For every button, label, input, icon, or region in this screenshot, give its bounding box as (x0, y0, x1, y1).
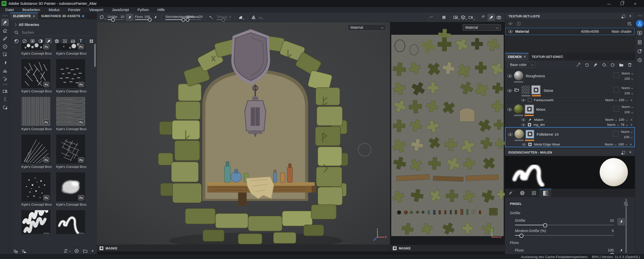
undock-panel-icon[interactable] (622, 151, 625, 154)
brush-item[interactable]: Ps Kyle's Concept Brush... (21, 43, 52, 59)
layer-opacity[interactable]: 100 (624, 110, 630, 114)
effect-row-farbauswahl[interactable]: Farbauswahl Norm 100 × (505, 97, 635, 102)
add-paint-layer-icon[interactable] (593, 62, 598, 67)
close-button[interactable]: × (632, 2, 638, 6)
folder-icon[interactable] (83, 248, 88, 253)
display-settings-button[interactable] (636, 29, 643, 36)
minimize-button[interactable]: — (606, 2, 612, 6)
resources-updater-button[interactable] (1, 104, 9, 111)
camera-button[interactable] (468, 14, 475, 21)
hide-ui-button[interactable] (427, 14, 435, 21)
tab-alpha-properties[interactable] (517, 189, 528, 197)
library-breadcrumb[interactable]: All libraries (10, 19, 97, 27)
stroke-opacity-slider[interactable]: Strichdeckkraft100 (165, 15, 183, 20)
layer-opacity[interactable]: 100 (624, 77, 630, 81)
material-mode-select-2d[interactable]: Material (463, 24, 501, 31)
material-mode-select[interactable]: Material (348, 24, 386, 31)
discard-stroke-tool-button[interactable] (1, 51, 9, 58)
eye-icon[interactable] (508, 133, 512, 136)
remove-effect-icon[interactable]: × (630, 123, 632, 127)
clone-tool-button[interactable] (1, 67, 9, 74)
layer-row-roughness[interactable]: Roughness Norm 100 (505, 69, 635, 84)
effect-opacity[interactable]: 100 (618, 142, 624, 146)
add-fill-layer-icon[interactable] (601, 62, 607, 67)
tab-stencil-properties[interactable] (528, 189, 540, 197)
remove-effect-icon[interactable]: × (630, 142, 632, 146)
tab-close-icon[interactable]: × (524, 55, 526, 59)
effect-row-malen[interactable]: Malen Norm 100 × (505, 117, 635, 122)
eye-icon[interactable] (508, 30, 513, 33)
slider-knob[interactable] (186, 18, 189, 22)
size-slider[interactable]: Größe10 (108, 15, 124, 20)
size-pressure-button[interactable] (126, 14, 133, 21)
blend-mode[interactable]: Norm (622, 71, 630, 75)
size-property-slider[interactable]: Größe10 (505, 215, 614, 225)
add-folder-icon[interactable] (619, 62, 624, 67)
scatter-button[interactable] (207, 14, 215, 21)
eye-icon[interactable] (507, 89, 512, 92)
polygon-fill-tool-button[interactable] (1, 43, 9, 50)
menu-python[interactable]: Python (133, 7, 153, 13)
eye-icon[interactable] (522, 143, 526, 145)
layer-row-moos[interactable]: Moos Norm 100 (505, 102, 635, 117)
menu-javascript[interactable]: JavaScript (108, 7, 133, 13)
add-effect-wand-icon[interactable] (576, 62, 581, 67)
effect-row-mg-dirt[interactable]: mg_dirt Norm 79 × (505, 122, 635, 127)
toolbar-grip[interactable] (3, 15, 7, 16)
undock-panel-icon[interactable] (622, 15, 625, 18)
layer-opacity[interactable]: 100 (624, 91, 630, 95)
effect-opacity[interactable]: 100 (619, 98, 624, 102)
brush-item[interactable]: Ps Kyle's Concept Brush... (21, 97, 52, 135)
size-pressure-toggle[interactable] (617, 218, 625, 226)
effect-opacity[interactable]: 100 (619, 118, 624, 122)
material-picker-button[interactable] (1, 88, 9, 95)
search-input[interactable] (21, 30, 73, 35)
tab-substance-3d-assets[interactable]: SUBSTANCE 3D ASSETS (38, 13, 87, 19)
brush-item[interactable]: Ps Kyle's Inkbox - Beta T... (21, 210, 52, 234)
folder-open-icon[interactable] (514, 87, 520, 93)
log-panel-button[interactable] (636, 39, 643, 46)
slider-knob[interactable] (543, 223, 547, 228)
menu-fenster[interactable]: Fenster (64, 7, 85, 13)
close-panel-icon[interactable]: × (629, 150, 631, 154)
blend-mode[interactable]: Norm (622, 86, 630, 90)
layer-row-stone[interactable]: Stone Norm 100 (505, 84, 635, 97)
tab-textur-set-einst[interactable]: TEXTUR-SET-EINST. (529, 53, 566, 60)
add-resource-button[interactable]: + (91, 248, 94, 254)
tab-material-properties[interactable] (540, 189, 551, 197)
viewport-3d-canvas[interactable]: Material Y X Z (97, 22, 390, 245)
symmetry-settings-button[interactable] (257, 14, 265, 21)
viewport-2d-canvas[interactable]: Material V U (390, 22, 505, 245)
falloff-button[interactable] (237, 14, 245, 21)
layer-thumbnail[interactable] (514, 104, 523, 114)
smudge-tool-button[interactable] (1, 59, 9, 66)
brush-item[interactable]: Ps Kyle's Concept Brush... (21, 59, 52, 97)
remove-effect-icon[interactable]: × (630, 98, 632, 102)
flow-slider[interactable]: Fluss100 (135, 15, 150, 20)
slider-knob[interactable] (181, 18, 185, 22)
spacing-slider[interactable]: Abstand20 (186, 15, 201, 20)
particles-button[interactable] (480, 14, 488, 21)
blend-mode[interactable]: Norm (605, 118, 614, 122)
eye-icon[interactable] (521, 118, 525, 121)
blend-mode[interactable]: Norm (605, 98, 614, 102)
tab-close-icon[interactable]: × (33, 14, 35, 18)
mesh-display-button[interactable] (460, 14, 468, 21)
brush-item[interactable]: Ps Kyle's Concept Brush... (56, 43, 86, 59)
eye-icon[interactable] (507, 75, 512, 78)
eye-icon[interactable] (507, 108, 512, 111)
add-smart-material-icon[interactable] (610, 62, 615, 67)
paint-tool-button[interactable] (1, 19, 9, 26)
brush-item[interactable]: Ps Kyle's Concept Brush... (56, 172, 86, 210)
flow-property-slider[interactable]: Fluss100 (505, 245, 614, 255)
flow-pressure-button[interactable] (151, 14, 159, 21)
brush-item[interactable]: Ps Kyle's Inkbox - Bone ... (56, 210, 86, 234)
blend-mode[interactable]: Norm (605, 142, 613, 146)
eye-icon[interactable] (521, 99, 525, 101)
screenshot-button[interactable] (495, 14, 503, 21)
remove-effect-icon[interactable]: × (630, 118, 632, 122)
lazy-mouse-button[interactable] (99, 14, 106, 21)
brush-item[interactable]: Ps Kyle's Concept Brush... (21, 135, 52, 172)
toolbar-grip[interactable] (637, 15, 642, 16)
tab-stroke-properties[interactable] (505, 189, 517, 197)
